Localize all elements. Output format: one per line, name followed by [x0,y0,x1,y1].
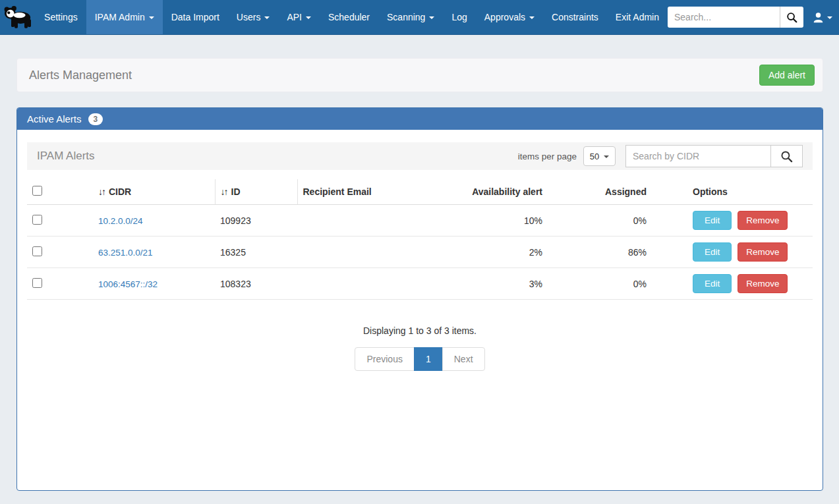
pagination-next-button[interactable]: Next [442,347,485,371]
nav-label: Scheduler [328,12,370,22]
alert-id: 108323 [215,268,297,300]
nav-label: Scanning [387,12,425,22]
column-header-email: Recipient Email [297,179,436,205]
search-icon [786,12,797,23]
pagination: Previous 1 Next [27,347,813,371]
nav-item-log[interactable]: Log [443,0,475,34]
page-title: Alerts Management [29,69,132,82]
add-alert-button[interactable]: Add alert [759,65,815,86]
table-row: 63.251.0.0/21 16325 2% 86% Edit Remove [27,237,813,268]
pagination-previous-button[interactable]: Previous [355,347,414,371]
nav-item-approvals[interactable]: Approvals [476,0,543,34]
column-label: Options [693,186,728,197]
select-row-checkbox[interactable] [32,246,42,256]
select-all-checkbox[interactable] [32,186,42,196]
alerts-count-badge: 3 [88,113,103,125]
column-header-id[interactable]: ↓↑ID [215,179,297,205]
caret-down-icon [529,16,535,19]
availability-value: 10% [436,205,548,237]
nav-item-settings[interactable]: Settings [36,0,86,34]
alerts-table: ↓↑CIDR ↓↑ID Recipient Email Availability… [27,179,813,300]
recipient-email [297,205,436,237]
caret-down-icon [604,155,609,158]
nav-item-api[interactable]: API [278,0,320,34]
nav-label: Users [237,12,261,22]
assigned-value: 86% [548,237,652,268]
cidr-link[interactable]: 1006:4567::/32 [98,279,158,289]
nav-item-ipam-admin[interactable]: IPAM Admin [86,0,163,34]
panel-title: Active Alerts [27,113,82,125]
assigned-value: 0% [548,205,652,237]
alert-id: 109923 [215,205,297,237]
remove-button[interactable]: Remove [738,242,788,262]
edit-button[interactable]: Edit [693,242,732,262]
select-row-checkbox[interactable] [32,278,42,288]
sort-icon: ↓↑ [98,186,105,197]
select-row-checkbox[interactable] [32,215,42,225]
navbar-right [668,0,839,34]
cidr-link[interactable]: 10.2.0.0/24 [98,216,143,226]
user-menu[interactable] [813,12,832,23]
pagination-page-1-button[interactable]: 1 [414,347,443,371]
caret-down-icon [429,16,434,19]
global-search-button[interactable] [780,7,803,28]
select-all-cell [27,179,93,205]
panel-heading: Active Alerts 3 [17,108,823,130]
remove-button[interactable]: Remove [738,211,788,230]
panel-body: IPAM Alerts items per page 50 [17,130,823,490]
panda-logo-icon [1,5,34,30]
active-alerts-panel: Active Alerts 3 IPAM Alerts items per pa… [16,107,823,491]
nav-label: API [287,12,302,22]
remove-button[interactable]: Remove [738,274,788,293]
availability-value: 3% [436,268,548,300]
caret-down-icon [264,16,270,19]
alert-id: 16325 [215,237,297,268]
nav-label: Log [451,12,467,22]
nav-label: Data Import [171,12,219,22]
column-label: Availability alert [472,186,542,197]
results-summary: Displaying 1 to 3 of 3 items. [27,325,813,336]
main-menu: Settings IPAM Admin Data Import Users AP… [36,0,668,34]
page-header: Alerts Management Add alert [16,58,823,92]
app-logo[interactable] [0,0,36,34]
nav-item-constraints[interactable]: Constraints [543,0,607,34]
cidr-search-input[interactable] [625,145,771,167]
table-header-row: ↓↑CIDR ↓↑ID Recipient Email Availability… [27,179,813,205]
nav-item-data-import[interactable]: Data Import [163,0,228,34]
sort-icon: ↓↑ [221,186,227,197]
column-label: ID [231,186,241,197]
column-header-availability: Availability alert [436,179,548,205]
availability-value: 2% [436,237,548,268]
nav-item-scheduler[interactable]: Scheduler [320,0,378,34]
column-header-options: Options [652,179,813,205]
nav-label: Exit Admin [616,12,659,22]
cidr-search [625,145,803,167]
nav-label: Approvals [484,12,525,22]
toolbar-controls: items per page 50 [518,145,803,167]
global-search [668,7,803,28]
global-search-input[interactable] [668,7,780,28]
table-title: IPAM Alerts [37,150,95,163]
edit-button[interactable]: Edit [693,211,732,230]
main-content: Alerts Management Add alert Active Alert… [16,58,823,491]
column-label: Recipient Email [303,186,372,197]
nav-item-scanning[interactable]: Scanning [378,0,443,34]
nav-item-users[interactable]: Users [228,0,279,34]
column-header-assigned: Assigned [548,179,652,205]
assigned-value: 0% [548,268,652,300]
items-per-page-select[interactable]: 50 [583,146,616,166]
column-label: Assigned [605,186,647,197]
nav-item-exit-admin[interactable]: Exit Admin [607,0,668,34]
nav-label: IPAM Admin [95,12,145,22]
caret-down-icon [306,16,311,19]
recipient-email [297,237,436,268]
top-navbar: Settings IPAM Admin Data Import Users AP… [0,0,839,35]
column-header-cidr[interactable]: ↓↑CIDR [93,179,215,205]
table-row: 1006:4567::/32 108323 3% 0% Edit Remove [27,268,813,300]
cidr-search-button[interactable] [771,145,803,167]
user-icon [813,12,824,23]
cidr-link[interactable]: 63.251.0.0/21 [98,248,153,258]
search-icon [780,150,793,163]
edit-button[interactable]: Edit [693,274,732,293]
column-label: CIDR [109,186,131,197]
